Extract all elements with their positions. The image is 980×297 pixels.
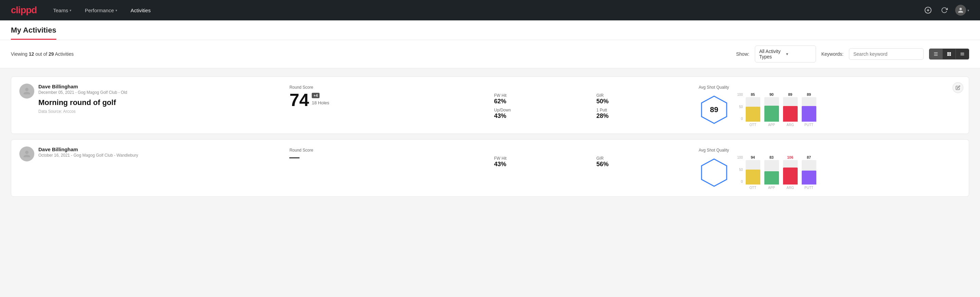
- user-chevron-icon: ▾: [967, 8, 969, 12]
- teams-chevron-icon: ▾: [70, 8, 71, 12]
- svg-rect-12: [961, 54, 964, 55]
- round-score-section: Round Score 74 +4 18 Holes: [289, 84, 486, 109]
- keywords-label: Keywords:: [821, 51, 843, 57]
- navbar-right: ▾: [923, 5, 969, 16]
- card-info: Dave Billingham October 16, 2021 - Gog M…: [38, 147, 281, 161]
- svg-rect-4: [934, 54, 938, 54]
- quality-hexagon: 89: [699, 94, 729, 125]
- compact-view-button[interactable]: [956, 49, 969, 59]
- nav-activities[interactable]: Activities: [125, 5, 156, 16]
- performance-chevron-icon: ▾: [115, 8, 117, 12]
- add-icon[interactable]: [923, 5, 934, 16]
- page-title: My Activities: [11, 26, 56, 40]
- round-score-section: Round Score: [289, 147, 486, 160]
- dropdown-chevron-icon: ▾: [786, 52, 810, 56]
- one-putt-stat: 1 Putt 28%: [596, 108, 690, 120]
- svg-rect-5: [934, 55, 938, 56]
- activity-card: Dave Billingham October 16, 2021 - Gog M…: [11, 139, 969, 197]
- bar-ott: 94 OTT: [746, 155, 760, 190]
- avatar: [955, 5, 966, 16]
- avatar: [19, 84, 34, 99]
- svg-rect-7: [950, 52, 951, 54]
- brand-logo[interactable]: clippd: [11, 5, 37, 16]
- bar-arg: 106 ARG: [783, 155, 798, 190]
- page-header: My Activities: [0, 21, 980, 40]
- user-name: Dave Billingham: [38, 84, 281, 89]
- svg-rect-11: [961, 53, 964, 54]
- bar-putt: 87 PUTT: [802, 155, 816, 190]
- navbar: clippd Teams ▾ Performance ▾ Activities: [0, 0, 980, 21]
- gir-stat: GIR 56%: [596, 156, 690, 168]
- svg-rect-3: [934, 52, 938, 53]
- round-score-label: Round Score: [289, 85, 486, 90]
- y-axis-labels: 100 50 0: [735, 156, 743, 190]
- y-axis-labels: 100 50 0: [735, 93, 743, 127]
- search-input[interactable]: [849, 48, 924, 60]
- bar-putt: 89 PUTT: [802, 93, 816, 127]
- list-view-button[interactable]: [929, 49, 943, 59]
- round-score-label: Round Score: [289, 148, 486, 153]
- svg-text:89: 89: [710, 105, 718, 114]
- viewing-count-text: Viewing 12 out of 29 Activities: [11, 51, 731, 57]
- activity-type-dropdown[interactable]: All Activity Types ▾: [755, 46, 816, 62]
- shot-quality-chart: 100 50 0 85: [735, 93, 816, 127]
- gir-stat: GIR 50%: [596, 93, 690, 105]
- avg-shot-quality-section: Avg Shot Quality 89 100: [699, 84, 961, 127]
- score-divider: [289, 157, 299, 158]
- activities-list: Dave Billingham December 05, 2021 - Gog …: [0, 68, 980, 210]
- fw-hit-stat: FW Hit 62%: [494, 93, 588, 105]
- user-name: Dave Billingham: [38, 147, 281, 152]
- refresh-icon[interactable]: [939, 5, 950, 16]
- quality-display: Avg Shot Quality 100 50 0: [699, 148, 816, 190]
- shot-quality-chart: 100 50 0 94: [735, 155, 816, 190]
- score-holes: 18 Holes: [312, 100, 329, 105]
- fw-hit-stat: FW Hit 43%: [494, 156, 588, 168]
- sub-stats: FW Hit 43% GIR 56%: [494, 147, 691, 168]
- activity-date: December 05, 2021 - Gog Magog Golf Club …: [38, 90, 281, 95]
- card-left: Dave Billingham December 05, 2021 - Gog …: [19, 84, 281, 114]
- nav-performance[interactable]: Performance ▾: [80, 5, 123, 16]
- score-number: 74: [289, 91, 309, 109]
- card-left: Dave Billingham October 16, 2021 - Gog M…: [19, 147, 281, 161]
- data-source: Data Source: Arccos: [38, 109, 281, 114]
- filter-bar: Viewing 12 out of 29 Activities Show: Al…: [0, 40, 980, 68]
- svg-rect-8: [947, 54, 949, 56]
- nav-teams[interactable]: Teams ▾: [48, 5, 76, 16]
- sub-stats: FW Hit 62% GIR 50% Up/Down 43% 1 Putt 28…: [494, 84, 691, 120]
- show-label: Show:: [736, 51, 749, 57]
- view-toggle: [929, 49, 969, 59]
- quality-hexagon: [699, 157, 729, 188]
- activity-card: Dave Billingham December 05, 2021 - Gog …: [11, 77, 969, 134]
- avatar: [19, 147, 34, 161]
- edit-button[interactable]: [953, 82, 963, 93]
- updown-stat: Up/Down 43%: [494, 108, 588, 120]
- bar-ott: 85 OTT: [746, 93, 760, 127]
- svg-rect-9: [950, 54, 951, 56]
- bar-arg: 89 ARG: [783, 93, 798, 127]
- grid-view-button[interactable]: [943, 49, 956, 59]
- activity-date: October 16, 2021 - Gog Magog Golf Club -…: [38, 153, 281, 158]
- activity-title: Morning round of golf: [38, 98, 281, 107]
- card-info: Dave Billingham December 05, 2021 - Gog …: [38, 84, 281, 114]
- svg-marker-16: [702, 159, 727, 186]
- quality-display: Avg Shot Quality 89 100: [699, 85, 816, 127]
- avg-shot-quality-section: Avg Shot Quality 100 50 0: [699, 147, 961, 190]
- bar-app: 90 APP: [764, 93, 779, 127]
- score-row: 74 +4 18 Holes: [289, 91, 486, 109]
- svg-rect-6: [947, 52, 949, 54]
- svg-rect-10: [961, 53, 964, 53]
- score-badge: +4: [312, 93, 320, 98]
- bar-app: 83 APP: [764, 155, 779, 190]
- user-menu[interactable]: ▾: [955, 5, 969, 16]
